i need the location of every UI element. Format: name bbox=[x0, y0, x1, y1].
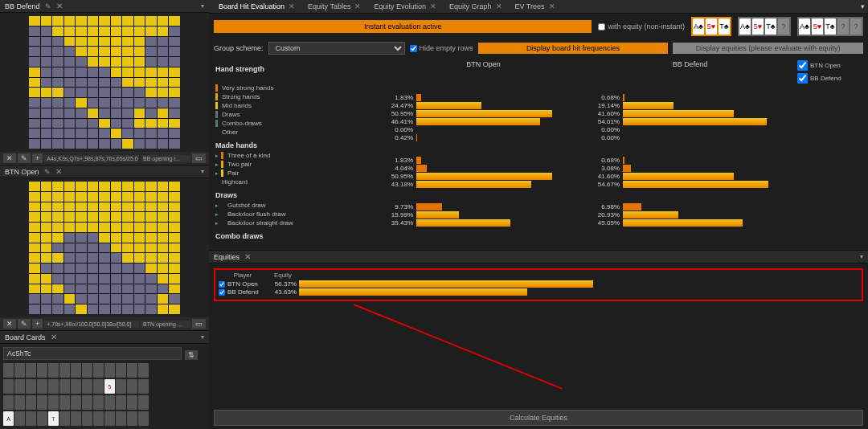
hand-cell[interactable] bbox=[88, 27, 99, 36]
hand-cell[interactable] bbox=[158, 16, 169, 26]
hand-cell[interactable] bbox=[88, 243, 99, 253]
hand-cell[interactable] bbox=[41, 233, 52, 243]
hand-cell[interactable] bbox=[111, 192, 122, 202]
hand-cell[interactable] bbox=[76, 108, 87, 118]
hand-cell[interactable] bbox=[29, 223, 40, 232]
hand-cell[interactable] bbox=[158, 37, 169, 47]
tab-equity-graph[interactable]: Equity Graph✕ bbox=[443, 0, 509, 13]
hand-cell[interactable] bbox=[76, 182, 87, 191]
hand-cell[interactable] bbox=[41, 27, 52, 36]
hand-cell[interactable] bbox=[145, 108, 157, 118]
hand-cell[interactable] bbox=[99, 78, 110, 88]
hand-cell[interactable] bbox=[52, 67, 63, 77]
board-display-river[interactable]: A♣ 5♥ T♣ ? ? bbox=[797, 17, 863, 36]
card-5s[interactable] bbox=[104, 363, 115, 378]
hand-cell[interactable] bbox=[145, 119, 157, 129]
range-string[interactable]: +,78s+,98o//100.0[50.0]38o/[50.0] bbox=[44, 321, 139, 328]
add-button[interactable]: + bbox=[32, 319, 43, 329]
hand-cell[interactable] bbox=[29, 243, 40, 253]
hand-cell[interactable] bbox=[111, 27, 122, 36]
hand-cell[interactable] bbox=[99, 98, 110, 108]
hand-cell[interactable] bbox=[111, 16, 122, 26]
hand-cell[interactable] bbox=[76, 67, 87, 77]
hand-cell[interactable] bbox=[134, 284, 145, 294]
card-7d[interactable] bbox=[82, 395, 92, 410]
hand-cell[interactable] bbox=[169, 294, 180, 304]
hand-cell[interactable] bbox=[52, 108, 63, 118]
tab-equity-evolution[interactable]: Equity Evolution✕ bbox=[367, 0, 443, 13]
hand-cell[interactable] bbox=[99, 284, 110, 294]
hand-cell[interactable] bbox=[99, 264, 110, 273]
hand-cell[interactable] bbox=[122, 304, 133, 314]
hand-cell[interactable] bbox=[134, 202, 145, 212]
hand-cell[interactable] bbox=[169, 47, 180, 56]
hand-cell[interactable] bbox=[76, 202, 87, 212]
hand-cell[interactable] bbox=[76, 88, 87, 97]
hand-cell[interactable] bbox=[158, 129, 169, 138]
card-4s[interactable] bbox=[116, 363, 126, 378]
card-5c[interactable] bbox=[104, 411, 115, 426]
hand-cell[interactable] bbox=[122, 27, 133, 36]
hand-grid-btn-open[interactable] bbox=[29, 182, 180, 314]
hand-cell[interactable] bbox=[169, 182, 180, 191]
card-3d[interactable] bbox=[127, 395, 137, 410]
card-8d[interactable] bbox=[71, 395, 81, 410]
hand-cell[interactable] bbox=[111, 253, 122, 263]
close-icon[interactable]: ✕ bbox=[430, 2, 436, 10]
hand-cell[interactable] bbox=[64, 78, 76, 88]
card-Qc[interactable] bbox=[26, 411, 36, 426]
hand-cell[interactable] bbox=[88, 233, 99, 243]
hand-cell[interactable] bbox=[88, 78, 99, 88]
card-Kh[interactable] bbox=[14, 379, 25, 394]
hand-cell[interactable] bbox=[88, 223, 99, 232]
hand-cell[interactable] bbox=[145, 304, 157, 314]
hand-cell[interactable] bbox=[76, 223, 87, 232]
hand-cell[interactable] bbox=[41, 47, 52, 56]
hand-cell[interactable] bbox=[88, 139, 99, 149]
card-2h[interactable] bbox=[138, 379, 149, 394]
hand-cell[interactable] bbox=[111, 139, 122, 149]
hand-cell[interactable] bbox=[122, 16, 133, 26]
hand-cell[interactable] bbox=[169, 88, 180, 97]
hand-cell[interactable] bbox=[52, 88, 63, 97]
edit-icon[interactable]: ✎ bbox=[45, 2, 51, 10]
clear-button[interactable]: ✕ bbox=[3, 319, 16, 329]
hand-cell[interactable] bbox=[76, 243, 87, 253]
hand-cell[interactable] bbox=[88, 294, 99, 304]
card-Qs[interactable] bbox=[26, 363, 36, 378]
hand-cell[interactable] bbox=[41, 139, 52, 149]
hand-cell[interactable] bbox=[122, 47, 133, 56]
board-display-turn[interactable]: A♣ 5♥ T♣ ? bbox=[738, 17, 791, 36]
hand-cell[interactable] bbox=[122, 233, 133, 243]
range-preset[interactable]: BTN opening ... bbox=[141, 321, 190, 328]
hand-cell[interactable] bbox=[134, 274, 145, 284]
hand-cell[interactable] bbox=[52, 294, 63, 304]
hand-cell[interactable] bbox=[169, 202, 180, 212]
card-2d[interactable] bbox=[138, 395, 149, 410]
hand-cell[interactable] bbox=[134, 139, 145, 149]
hand-cell[interactable] bbox=[158, 98, 169, 108]
hand-cell[interactable] bbox=[76, 37, 87, 47]
hand-cell[interactable] bbox=[29, 119, 40, 129]
hand-cell[interactable] bbox=[41, 37, 52, 47]
hand-cell[interactable] bbox=[145, 182, 157, 191]
hand-cell[interactable] bbox=[158, 284, 169, 294]
hand-cell[interactable] bbox=[88, 202, 99, 212]
hand-cell[interactable] bbox=[134, 243, 145, 253]
chevron-down-icon[interactable]: ▾ bbox=[201, 168, 204, 175]
hand-cell[interactable] bbox=[111, 78, 122, 88]
hand-cell[interactable] bbox=[64, 304, 76, 314]
hand-cell[interactable] bbox=[122, 182, 133, 191]
hand-cell[interactable] bbox=[145, 233, 157, 243]
card-2s[interactable] bbox=[138, 363, 149, 378]
hand-cell[interactable] bbox=[52, 202, 63, 212]
card-6s[interactable] bbox=[93, 363, 104, 378]
hand-cell[interactable] bbox=[169, 57, 180, 67]
edit-button[interactable]: ✎ bbox=[18, 153, 31, 163]
hand-cell[interactable] bbox=[134, 294, 145, 304]
edit-button[interactable]: ✎ bbox=[18, 319, 31, 329]
hand-cell[interactable] bbox=[29, 202, 40, 212]
hand-cell[interactable] bbox=[158, 202, 169, 212]
hand-cell[interactable] bbox=[169, 78, 180, 88]
hand-cell[interactable] bbox=[52, 27, 63, 36]
